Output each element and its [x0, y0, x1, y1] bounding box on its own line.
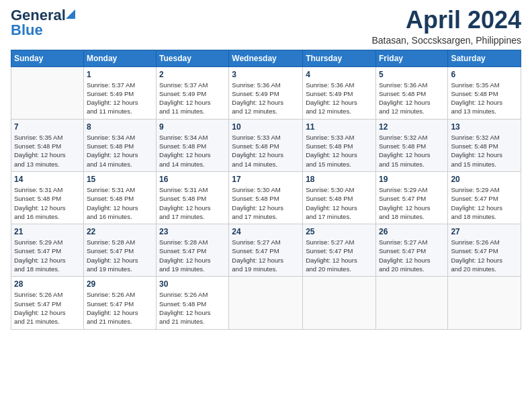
calendar-cell: 12Sunrise: 5:32 AM Sunset: 5:48 PM Dayli… [375, 119, 447, 171]
calendar-week-row-4: 21Sunrise: 5:29 AM Sunset: 5:47 PM Dayli… [11, 224, 521, 277]
day-number: 16 [159, 175, 226, 184]
day-info: Sunrise: 5:37 AM Sunset: 5:49 PM Dayligh… [87, 81, 153, 116]
day-number: 8 [87, 122, 153, 132]
calendar-week-row-3: 14Sunrise: 5:31 AM Sunset: 5:48 PM Dayli… [11, 171, 521, 224]
calendar-cell: 23Sunrise: 5:28 AM Sunset: 5:47 PM Dayli… [157, 224, 229, 277]
day-info: Sunrise: 5:31 AM Sunset: 5:48 PM Dayligh… [159, 185, 226, 221]
day-info: Sunrise: 5:31 AM Sunset: 5:48 PM Dayligh… [87, 185, 153, 221]
day-number: 24 [232, 227, 300, 236]
calendar-cell [448, 277, 521, 329]
calendar-cell: 8Sunrise: 5:34 AM Sunset: 5:48 PM Daylig… [83, 119, 156, 171]
logo: General Blue [11, 7, 75, 39]
calendar-table: Sunday Monday Tuesday Wednesday Thursday… [11, 50, 521, 330]
day-info: Sunrise: 5:32 AM Sunset: 5:48 PM Dayligh… [379, 133, 445, 169]
logo-blue-text: Blue [11, 21, 43, 39]
day-info: Sunrise: 5:32 AM Sunset: 5:48 PM Dayligh… [451, 133, 518, 169]
day-number: 9 [159, 122, 226, 132]
day-number: 17 [232, 175, 300, 184]
day-info: Sunrise: 5:36 AM Sunset: 5:48 PM Dayligh… [379, 81, 445, 116]
calendar-cell: 1Sunrise: 5:37 AM Sunset: 5:49 PM Daylig… [83, 66, 156, 119]
day-info: Sunrise: 5:33 AM Sunset: 5:48 PM Dayligh… [232, 133, 300, 169]
calendar-body: 1Sunrise: 5:37 AM Sunset: 5:49 PM Daylig… [11, 66, 521, 329]
header: General Blue April 2024 Batasan, Soccsks… [11, 7, 521, 46]
day-info: Sunrise: 5:31 AM Sunset: 5:48 PM Dayligh… [14, 185, 81, 221]
day-number: 10 [232, 122, 300, 132]
day-info: Sunrise: 5:26 AM Sunset: 5:48 PM Dayligh… [159, 290, 226, 326]
calendar-cell: 9Sunrise: 5:34 AM Sunset: 5:48 PM Daylig… [157, 119, 229, 171]
day-info: Sunrise: 5:28 AM Sunset: 5:47 PM Dayligh… [87, 238, 153, 273]
calendar-cell: 7Sunrise: 5:35 AM Sunset: 5:48 PM Daylig… [11, 119, 84, 171]
calendar-cell: 21Sunrise: 5:29 AM Sunset: 5:47 PM Dayli… [11, 224, 84, 277]
calendar-cell: 3Sunrise: 5:36 AM Sunset: 5:49 PM Daylig… [229, 66, 303, 119]
header-saturday: Saturday [448, 50, 521, 66]
day-info: Sunrise: 5:26 AM Sunset: 5:47 PM Dayligh… [451, 238, 518, 273]
day-number: 30 [159, 279, 226, 289]
calendar-cell: 5Sunrise: 5:36 AM Sunset: 5:48 PM Daylig… [375, 66, 447, 119]
calendar-cell: 6Sunrise: 5:35 AM Sunset: 5:48 PM Daylig… [448, 66, 521, 119]
day-info: Sunrise: 5:27 AM Sunset: 5:47 PM Dayligh… [379, 238, 445, 273]
calendar-cell: 29Sunrise: 5:26 AM Sunset: 5:47 PM Dayli… [83, 277, 156, 329]
svg-marker-0 [66, 9, 75, 19]
calendar-cell: 26Sunrise: 5:27 AM Sunset: 5:47 PM Dayli… [375, 224, 447, 277]
day-info: Sunrise: 5:29 AM Sunset: 5:47 PM Dayligh… [451, 185, 518, 221]
day-info: Sunrise: 5:26 AM Sunset: 5:47 PM Dayligh… [14, 290, 81, 326]
calendar-week-row-2: 7Sunrise: 5:35 AM Sunset: 5:48 PM Daylig… [11, 119, 521, 171]
calendar-cell: 18Sunrise: 5:30 AM Sunset: 5:48 PM Dayli… [303, 171, 376, 224]
title-month: April 2024 [371, 7, 521, 34]
day-info: Sunrise: 5:35 AM Sunset: 5:48 PM Dayligh… [14, 133, 81, 169]
calendar-week-row-5: 28Sunrise: 5:26 AM Sunset: 5:47 PM Dayli… [11, 277, 521, 329]
day-number: 15 [87, 175, 153, 184]
header-tuesday: Tuesday [157, 50, 229, 66]
day-number: 18 [306, 175, 373, 184]
calendar-cell: 17Sunrise: 5:30 AM Sunset: 5:48 PM Dayli… [229, 171, 303, 224]
calendar-cell: 20Sunrise: 5:29 AM Sunset: 5:47 PM Dayli… [448, 171, 521, 224]
day-info: Sunrise: 5:34 AM Sunset: 5:48 PM Dayligh… [87, 133, 153, 169]
day-info: Sunrise: 5:34 AM Sunset: 5:48 PM Dayligh… [159, 133, 226, 169]
header-thursday: Thursday [303, 50, 376, 66]
calendar-cell: 14Sunrise: 5:31 AM Sunset: 5:48 PM Dayli… [11, 171, 84, 224]
day-number: 27 [451, 227, 518, 236]
logo-triangle-icon [66, 7, 75, 19]
header-wednesday: Wednesday [229, 50, 303, 66]
calendar-cell: 16Sunrise: 5:31 AM Sunset: 5:48 PM Dayli… [157, 171, 229, 224]
day-info: Sunrise: 5:36 AM Sunset: 5:49 PM Dayligh… [232, 81, 300, 116]
day-number: 29 [87, 279, 153, 289]
day-number: 19 [379, 175, 445, 184]
day-info: Sunrise: 5:26 AM Sunset: 5:47 PM Dayligh… [87, 290, 153, 326]
title-location: Batasan, Soccsksargen, Philippines [371, 35, 521, 46]
calendar-cell: 10Sunrise: 5:33 AM Sunset: 5:48 PM Dayli… [229, 119, 303, 171]
day-number: 2 [159, 70, 226, 79]
day-number: 12 [379, 122, 445, 132]
day-number: 28 [14, 279, 81, 289]
day-number: 3 [232, 70, 300, 79]
day-number: 20 [451, 175, 518, 184]
calendar-cell: 25Sunrise: 5:27 AM Sunset: 5:47 PM Dayli… [303, 224, 376, 277]
day-info: Sunrise: 5:30 AM Sunset: 5:48 PM Dayligh… [232, 185, 300, 221]
day-number: 7 [14, 122, 81, 132]
day-number: 13 [451, 122, 518, 132]
weekday-header-row: Sunday Monday Tuesday Wednesday Thursday… [11, 50, 521, 66]
calendar-cell [375, 277, 447, 329]
day-info: Sunrise: 5:30 AM Sunset: 5:48 PM Dayligh… [306, 185, 373, 221]
day-info: Sunrise: 5:36 AM Sunset: 5:49 PM Dayligh… [306, 81, 373, 116]
calendar-cell [11, 66, 84, 119]
calendar-cell: 19Sunrise: 5:29 AM Sunset: 5:47 PM Dayli… [375, 171, 447, 224]
header-friday: Friday [375, 50, 447, 66]
calendar-cell: 30Sunrise: 5:26 AM Sunset: 5:48 PM Dayli… [157, 277, 229, 329]
calendar-cell: 4Sunrise: 5:36 AM Sunset: 5:49 PM Daylig… [303, 66, 376, 119]
calendar-cell: 15Sunrise: 5:31 AM Sunset: 5:48 PM Dayli… [83, 171, 156, 224]
calendar-cell [229, 277, 303, 329]
calendar-cell: 27Sunrise: 5:26 AM Sunset: 5:47 PM Dayli… [448, 224, 521, 277]
day-number: 6 [451, 70, 518, 79]
day-number: 25 [306, 227, 373, 236]
day-number: 5 [379, 70, 445, 79]
day-info: Sunrise: 5:27 AM Sunset: 5:47 PM Dayligh… [232, 238, 300, 273]
day-info: Sunrise: 5:33 AM Sunset: 5:48 PM Dayligh… [306, 133, 373, 169]
day-info: Sunrise: 5:35 AM Sunset: 5:48 PM Dayligh… [451, 81, 518, 116]
calendar-week-row-1: 1Sunrise: 5:37 AM Sunset: 5:49 PM Daylig… [11, 66, 521, 119]
day-number: 26 [379, 227, 445, 236]
day-info: Sunrise: 5:28 AM Sunset: 5:47 PM Dayligh… [159, 238, 226, 273]
title-block: April 2024 Batasan, Soccsksargen, Philip… [371, 7, 521, 46]
header-sunday: Sunday [11, 50, 84, 66]
calendar-cell: 13Sunrise: 5:32 AM Sunset: 5:48 PM Dayli… [448, 119, 521, 171]
